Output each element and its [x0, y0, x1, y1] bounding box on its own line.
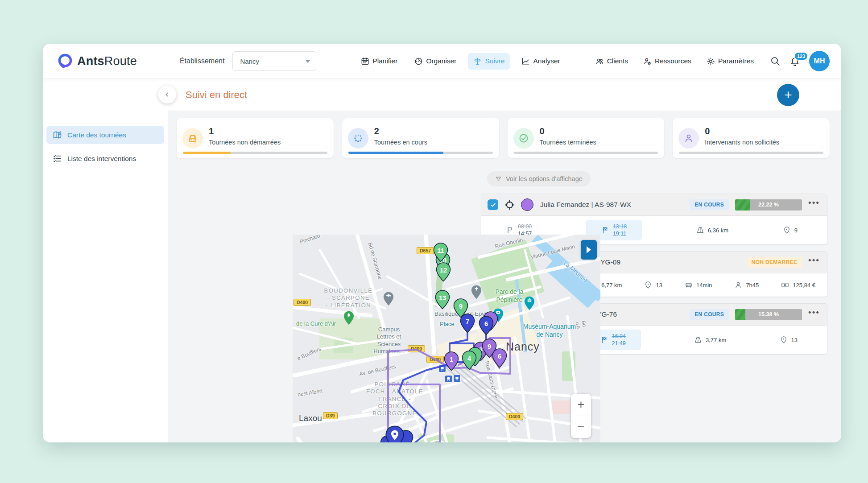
chevron-down-icon: [305, 60, 310, 63]
route-polyline: [342, 331, 467, 442]
truck-icon: [187, 133, 198, 144]
notification-badge: 123: [794, 52, 808, 61]
map-marker-green-11[interactable]: 11: [433, 243, 448, 264]
sidebar: Carte des tournéesListe des intervention…: [43, 78, 168, 442]
filter-funnel-icon: [495, 176, 502, 182]
poi-pin-tree[interactable]: [343, 310, 355, 327]
road-icon: [694, 336, 702, 344]
stat-label: Intervenants non sollicités: [705, 139, 779, 146]
nav-item-suivre[interactable]: Suivre: [468, 53, 510, 70]
route-checkbox[interactable]: [488, 199, 498, 210]
stat-value: 0: [540, 126, 545, 136]
calendar-icon: [361, 57, 369, 66]
stat-progress: [514, 152, 658, 154]
establishment-select[interactable]: Nancy: [232, 51, 316, 71]
pin-icon: [783, 226, 791, 234]
map-icon: [53, 130, 62, 140]
stat-progress: [679, 152, 823, 154]
notifications-bell-icon[interactable]: 123: [789, 56, 800, 66]
map-marker-blue[interactable]: [385, 425, 405, 442]
metric-road: 6,36 km: [696, 226, 728, 234]
map-marker-blue-6[interactable]: 6: [479, 316, 494, 337]
more-options-button[interactable]: •••: [808, 310, 820, 318]
people-icon: [595, 57, 604, 66]
establishment-group: Établissement Nancy: [180, 51, 317, 71]
svg-text:11: 11: [437, 247, 444, 254]
metric-pin: 13: [780, 336, 798, 344]
map-marker-green-13[interactable]: 13: [435, 290, 450, 311]
status-badge: EN COURS: [690, 309, 729, 320]
map-marker-purple-6[interactable]: 6: [492, 348, 507, 370]
poi-pin-museum[interactable]: [524, 296, 535, 313]
persongear-icon: [643, 57, 652, 66]
add-button[interactable]: +: [777, 84, 799, 106]
nav-item-analyser[interactable]: Analyser: [516, 53, 565, 70]
search-icon[interactable]: [770, 56, 781, 66]
sidebar-item[interactable]: Carte des tournées: [46, 126, 164, 144]
stat-value: 2: [374, 126, 379, 136]
pin-icon: [644, 281, 652, 289]
poi-pin-church[interactable]: [471, 285, 482, 301]
nav-item-organiser[interactable]: Organiser: [409, 53, 462, 70]
search-icon: [770, 56, 781, 66]
user-avatar[interactable]: MH: [809, 51, 830, 71]
poi-pin-campus[interactable]: [383, 291, 394, 308]
antsroute-logo[interactable]: AntsRoute: [57, 53, 137, 69]
app-window: AntsRoute Établissement Nancy PlanifierO…: [43, 44, 841, 442]
sidebar-item[interactable]: Liste des interventions: [46, 149, 164, 168]
stat-value: 0: [705, 126, 710, 136]
finish-icon: [600, 336, 608, 344]
road-icon: [696, 226, 704, 234]
person-icon: [734, 281, 742, 289]
driver-name: Julia Fernandez | AS-987-WX: [540, 201, 631, 209]
metric-pin: 13: [644, 281, 662, 289]
stat-card: 0Intervenants non sollicités: [673, 118, 830, 158]
metric-cash: 125,84 €: [781, 281, 815, 289]
driver-color-dot: [521, 198, 533, 211]
svg-text:6: 6: [498, 353, 501, 360]
map-marker-purple-1[interactable]: 1: [444, 351, 459, 373]
more-options-button[interactable]: •••: [808, 258, 820, 266]
back-button[interactable]: [158, 86, 176, 103]
nav-item-clients[interactable]: Clients: [590, 53, 633, 70]
stat-value: 1: [209, 126, 214, 136]
stat-card: 2Tournées en cours: [342, 118, 499, 158]
locate-target-icon[interactable]: [504, 199, 515, 211]
check-icon: [518, 133, 529, 144]
route-progress-bar: 15.38 %: [735, 309, 802, 320]
metric-road: 3,77 km: [694, 336, 726, 344]
svg-text:13: 13: [439, 294, 446, 301]
stat-label: Tournées terminées: [540, 139, 596, 146]
svg-text:6: 6: [484, 320, 488, 327]
route-progress-bar: 22.22 %: [735, 199, 802, 211]
spinner-icon: [353, 133, 364, 144]
svg-text:12: 12: [440, 267, 447, 274]
flag-icon: [506, 226, 514, 234]
zoom-in-button[interactable]: +: [571, 394, 591, 416]
main-nav: PlanifierOrganiserSuivreAnalyser: [355, 53, 565, 70]
svg-text:7: 7: [466, 318, 469, 325]
logo-text: AntsRoute: [77, 54, 137, 68]
more-options-button[interactable]: •••: [808, 201, 820, 209]
map-marker-green-12[interactable]: 12: [436, 262, 451, 284]
live-map[interactable]: PinchardBd de ScarponeRue OberlinViaduc …: [293, 235, 600, 442]
map-marker-green-4[interactable]: 4: [462, 351, 477, 372]
nav-item-paramètres[interactable]: Paramètres: [701, 53, 759, 70]
cash-icon: [781, 281, 789, 289]
map-marker-blue-7[interactable]: 7: [460, 314, 475, 335]
nav-item-planifier[interactable]: Planifier: [355, 53, 403, 70]
zoom-out-button[interactable]: −: [571, 416, 591, 438]
stat-label: Tournées en cours: [374, 139, 427, 146]
route-card-header: Julia Fernandez | AS-987-WXEN COURS22.22…: [481, 194, 827, 216]
display-options-button[interactable]: Voir les options d'affichage: [487, 171, 591, 186]
logo-icon: [57, 53, 73, 69]
nav-item-ressources[interactable]: Ressources: [638, 53, 697, 70]
chevron-left-icon: [164, 91, 171, 98]
stat-progress: [183, 152, 327, 154]
panel-toggle-button[interactable]: [581, 240, 597, 260]
page-title: Suivi en direct: [186, 89, 247, 101]
svg-text:1: 1: [450, 356, 453, 363]
svg-text:4: 4: [467, 355, 471, 362]
stat-label: Tournées non démarrées: [209, 139, 281, 146]
finish-icon: [601, 226, 609, 234]
